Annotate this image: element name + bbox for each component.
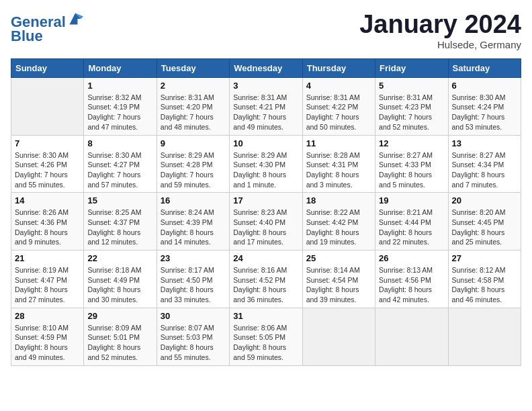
day-cell: [11, 77, 84, 135]
day-cell: 8Sunrise: 8:30 AMSunset: 4:27 PMDaylight…: [84, 135, 157, 193]
day-number: 29: [87, 311, 152, 321]
day-info: Sunrise: 8:18 AMSunset: 4:49 PMDaylight:…: [87, 265, 152, 305]
day-cell: 5Sunrise: 8:31 AMSunset: 4:23 PMDaylight…: [375, 77, 448, 135]
day-cell: [375, 308, 448, 365]
day-info: Sunrise: 8:29 AMSunset: 4:30 PMDaylight:…: [233, 150, 298, 190]
day-info: Sunrise: 8:25 AMSunset: 4:37 PMDaylight:…: [87, 208, 152, 247]
day-number: 16: [161, 195, 226, 205]
day-info: Sunrise: 8:27 AMSunset: 4:34 PMDaylight:…: [452, 150, 517, 190]
day-cell: 18Sunrise: 8:22 AMSunset: 4:42 PMDayligh…: [302, 193, 375, 250]
day-number: 8: [87, 138, 152, 148]
day-cell: 23Sunrise: 8:17 AMSunset: 4:50 PMDayligh…: [157, 250, 229, 308]
day-number: 15: [87, 195, 152, 205]
day-cell: 26Sunrise: 8:13 AMSunset: 4:56 PMDayligh…: [375, 250, 448, 308]
day-number: 9: [161, 138, 226, 148]
day-cell: 31Sunrise: 8:06 AMSunset: 5:05 PMDayligh…: [230, 308, 302, 365]
day-number: 20: [452, 195, 517, 205]
day-cell: 7Sunrise: 8:30 AMSunset: 4:26 PMDaylight…: [11, 135, 84, 193]
day-number: 10: [233, 138, 298, 148]
col-header-saturday: Saturday: [448, 58, 521, 77]
day-number: 1: [87, 81, 152, 91]
day-cell: [448, 308, 521, 365]
day-number: 13: [452, 138, 517, 148]
day-info: Sunrise: 8:09 AMSunset: 5:01 PMDaylight:…: [87, 323, 152, 363]
day-info: Sunrise: 8:14 AMSunset: 4:54 PMDaylight:…: [306, 265, 371, 305]
day-number: 14: [15, 195, 80, 205]
day-info: Sunrise: 8:13 AMSunset: 4:56 PMDaylight:…: [379, 265, 444, 305]
day-cell: 27Sunrise: 8:12 AMSunset: 4:58 PMDayligh…: [448, 250, 521, 308]
col-header-tuesday: Tuesday: [157, 58, 229, 77]
col-header-wednesday: Wednesday: [230, 58, 302, 77]
title-block: January 2024 Hulsede, Germany: [359, 11, 521, 50]
day-cell: 2Sunrise: 8:31 AMSunset: 4:20 PMDaylight…: [157, 77, 229, 135]
day-cell: 10Sunrise: 8:29 AMSunset: 4:30 PMDayligh…: [230, 135, 302, 193]
day-info: Sunrise: 8:17 AMSunset: 4:50 PMDaylight:…: [161, 265, 226, 305]
day-cell: 24Sunrise: 8:16 AMSunset: 4:52 PMDayligh…: [230, 250, 302, 308]
day-number: 31: [233, 311, 298, 321]
day-info: Sunrise: 8:20 AMSunset: 4:45 PMDaylight:…: [452, 208, 517, 247]
day-cell: 29Sunrise: 8:09 AMSunset: 5:01 PMDayligh…: [84, 308, 157, 365]
day-cell: 25Sunrise: 8:14 AMSunset: 4:54 PMDayligh…: [302, 250, 375, 308]
day-number: 4: [306, 81, 371, 91]
day-number: 22: [87, 253, 152, 263]
day-info: Sunrise: 8:23 AMSunset: 4:40 PMDaylight:…: [233, 208, 298, 247]
day-cell: 9Sunrise: 8:29 AMSunset: 4:28 PMDaylight…: [157, 135, 229, 193]
day-info: Sunrise: 8:07 AMSunset: 5:03 PMDaylight:…: [161, 323, 226, 363]
day-cell: 30Sunrise: 8:07 AMSunset: 5:03 PMDayligh…: [157, 308, 229, 365]
day-cell: 17Sunrise: 8:23 AMSunset: 4:40 PMDayligh…: [230, 193, 302, 250]
day-info: Sunrise: 8:19 AMSunset: 4:47 PMDaylight:…: [15, 265, 80, 305]
day-info: Sunrise: 8:16 AMSunset: 4:52 PMDaylight:…: [233, 265, 298, 305]
week-row-5: 28Sunrise: 8:10 AMSunset: 4:59 PMDayligh…: [11, 308, 521, 365]
day-cell: 28Sunrise: 8:10 AMSunset: 4:59 PMDayligh…: [11, 308, 84, 365]
day-info: Sunrise: 8:29 AMSunset: 4:28 PMDaylight:…: [161, 150, 226, 190]
day-number: 2: [161, 81, 226, 91]
day-info: Sunrise: 8:31 AMSunset: 4:20 PMDaylight:…: [161, 93, 226, 132]
day-cell: 19Sunrise: 8:21 AMSunset: 4:44 PMDayligh…: [375, 193, 448, 250]
calendar-header-row: SundayMondayTuesdayWednesdayThursdayFrid…: [11, 58, 521, 77]
col-header-thursday: Thursday: [302, 58, 375, 77]
day-cell: 21Sunrise: 8:19 AMSunset: 4:47 PMDayligh…: [11, 250, 84, 308]
day-cell: 15Sunrise: 8:25 AMSunset: 4:37 PMDayligh…: [84, 193, 157, 250]
day-cell: 4Sunrise: 8:31 AMSunset: 4:22 PMDaylight…: [302, 77, 375, 135]
col-header-monday: Monday: [84, 58, 157, 77]
day-info: Sunrise: 8:30 AMSunset: 4:24 PMDaylight:…: [452, 93, 517, 132]
day-info: Sunrise: 8:12 AMSunset: 4:58 PMDaylight:…: [452, 265, 517, 305]
day-number: 26: [379, 253, 444, 263]
day-cell: [302, 308, 375, 365]
day-number: 25: [306, 253, 371, 263]
day-cell: 16Sunrise: 8:24 AMSunset: 4:39 PMDayligh…: [157, 193, 229, 250]
day-info: Sunrise: 8:32 AMSunset: 4:19 PMDaylight:…: [87, 93, 152, 132]
day-number: 5: [379, 81, 444, 91]
calendar-body: 1Sunrise: 8:32 AMSunset: 4:19 PMDaylight…: [11, 77, 521, 365]
day-info: Sunrise: 8:31 AMSunset: 4:21 PMDaylight:…: [233, 93, 298, 132]
col-header-friday: Friday: [375, 58, 448, 77]
week-row-3: 14Sunrise: 8:26 AMSunset: 4:36 PMDayligh…: [11, 193, 521, 250]
week-row-1: 1Sunrise: 8:32 AMSunset: 4:19 PMDaylight…: [11, 77, 521, 135]
day-cell: 13Sunrise: 8:27 AMSunset: 4:34 PMDayligh…: [448, 135, 521, 193]
day-cell: 6Sunrise: 8:30 AMSunset: 4:24 PMDaylight…: [448, 77, 521, 135]
logo: General Blue: [11, 11, 83, 45]
page-header: General Blue January 2024 Hulsede, Germa…: [11, 11, 521, 50]
day-cell: 12Sunrise: 8:27 AMSunset: 4:33 PMDayligh…: [375, 135, 448, 193]
day-cell: 11Sunrise: 8:28 AMSunset: 4:31 PMDayligh…: [302, 135, 375, 193]
day-cell: 3Sunrise: 8:31 AMSunset: 4:21 PMDaylight…: [230, 77, 302, 135]
day-info: Sunrise: 8:30 AMSunset: 4:27 PMDaylight:…: [87, 150, 152, 190]
logo-icon: [67, 11, 83, 27]
day-number: 12: [379, 138, 444, 148]
col-header-sunday: Sunday: [11, 58, 84, 77]
month-title: January 2024: [359, 11, 521, 39]
day-number: 30: [161, 311, 226, 321]
day-number: 17: [233, 195, 298, 205]
calendar-table: SundayMondayTuesdayWednesdayThursdayFrid…: [11, 58, 521, 366]
day-number: 24: [233, 253, 298, 263]
day-number: 28: [15, 311, 80, 321]
day-number: 21: [15, 253, 80, 263]
day-number: 11: [306, 138, 371, 148]
day-number: 7: [15, 138, 80, 148]
week-row-4: 21Sunrise: 8:19 AMSunset: 4:47 PMDayligh…: [11, 250, 521, 308]
day-info: Sunrise: 8:24 AMSunset: 4:39 PMDaylight:…: [161, 208, 226, 247]
day-number: 18: [306, 195, 371, 205]
day-number: 27: [452, 253, 517, 263]
day-info: Sunrise: 8:06 AMSunset: 5:05 PMDaylight:…: [233, 323, 298, 363]
day-cell: 14Sunrise: 8:26 AMSunset: 4:36 PMDayligh…: [11, 193, 84, 250]
